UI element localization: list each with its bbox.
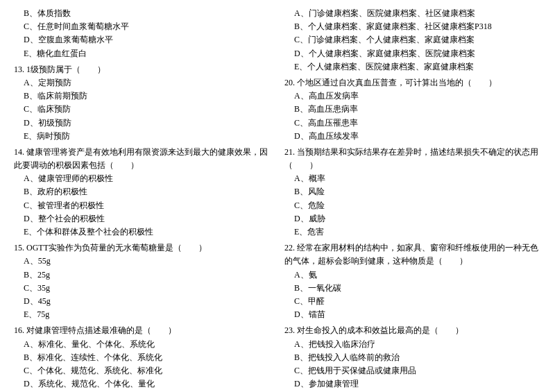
option: A、氨 — [284, 269, 541, 282]
two-col-layout: B、体质指数C、任意时间血浆葡萄糖水平D、空腹血浆葡萄糖水平E、糖化血红蛋白13… — [14, 7, 541, 392]
option: D、参加健康管理 — [284, 377, 541, 391]
option: C、高血压罹患率 — [284, 117, 541, 130]
option: C、门诊健康档案、个人健康档案、家庭健康档案 — [284, 33, 541, 46]
option: C、甲醛 — [284, 295, 541, 308]
option: D、威胁 — [284, 212, 541, 225]
left-column: B、体质指数C、任意时间血浆葡萄糖水平D、空腹血浆葡萄糖水平E、糖化血红蛋白13… — [14, 7, 271, 392]
question-text: 23. 对生命投入的成本和效益比最高的是（ ） — [284, 324, 541, 337]
option: C、35g — [14, 282, 271, 295]
option: B、风险 — [284, 185, 541, 198]
option: E、75g — [14, 308, 271, 321]
option: E、病时预防 — [14, 130, 271, 143]
option: D、个人健康档案、家庭健康档案、医院健康档案 — [284, 47, 541, 60]
option: E、糖化血红蛋白 — [14, 47, 271, 60]
option: A、把钱投入临床治疗 — [284, 338, 541, 351]
question-text: 13. 1级预防属于（ ） — [14, 63, 271, 76]
question-text: 16. 对健康管理特点描述最准确的是（ ） — [14, 324, 271, 337]
option: C、个体化、规范化、系统化、标准化 — [14, 364, 271, 377]
option: A、55g — [14, 255, 271, 268]
question-block: A、门诊健康档案、医院健康档案、社区健康档案B、个人健康档案、家庭健康档案、社区… — [284, 7, 541, 74]
question-text: 22. 经常在家用材料的结构中，如家具、窗帘和纤维板使用的一种无色的气体，超标会… — [284, 241, 541, 268]
option: B、高血压患病率 — [284, 103, 541, 116]
option: B、政府的积极性 — [14, 185, 271, 198]
question-block: 20. 个地区通过自次真血压普查，可计算出当地的（ ）A、高血压发病率B、高血压… — [284, 76, 541, 143]
option: B、体质指数 — [14, 7, 271, 20]
option: D、系统化、规范化、个体化、量化 — [14, 377, 271, 391]
right-column: A、门诊健康档案、医院健康档案、社区健康档案B、个人健康档案、家庭健康档案、社区… — [284, 7, 541, 392]
option: B、个人健康档案、家庭健康档案、社区健康档案P318 — [284, 20, 541, 33]
question-block: 16. 对健康管理特点描述最准确的是（ ）A、标准化、量化、个体化、系统化B、标… — [14, 324, 271, 391]
option: E、个体和群体及整个社会的积极性 — [14, 225, 271, 239]
question-text: 21. 当预期结果和实际结果存在差异时，描述结果损失不确定的状态用（ ） — [284, 146, 541, 172]
question-text: 14. 健康管理将资产是有效地利用有限资源来达到最大的健康效果，因此要调动的积极… — [14, 146, 271, 172]
option: D、镭苗 — [284, 308, 541, 321]
option: B、标准化、连续性、个体化、系统化 — [14, 351, 271, 364]
option: B、25g — [14, 269, 271, 282]
option: A、门诊健康档案、医院健康档案、社区健康档案 — [284, 7, 541, 20]
question-block: B、体质指数C、任意时间血浆葡萄糖水平D、空腹血浆葡萄糖水平E、糖化血红蛋白 — [14, 7, 271, 60]
question-block: 21. 当预期结果和实际结果存在差异时，描述结果损失不确定的状态用（ ）A、概率… — [284, 146, 541, 239]
option: E、危害 — [284, 225, 541, 239]
question-text: 15. OGTT实验作为负荷量的无水葡萄糖量是（ ） — [14, 241, 271, 255]
option: A、定期预防 — [14, 76, 271, 90]
option: A、健康管理师的积极性 — [14, 172, 271, 185]
question-block: 15. OGTT实验作为负荷量的无水葡萄糖量是（ ）A、55gB、25gC、35… — [14, 241, 271, 321]
option: C、任意时间血浆葡萄糖水平 — [14, 20, 271, 33]
option: A、高血压发病率 — [284, 90, 541, 103]
option: D、45g — [14, 295, 271, 308]
option: C、被管理者的积极性 — [14, 199, 271, 212]
option: D、空腹血浆葡萄糖水平 — [14, 33, 271, 46]
option: D、高血压续发率 — [284, 130, 541, 143]
option: C、危险 — [284, 199, 541, 212]
question-block: 23. 对生命投入的成本和效益比最高的是（ ）A、把钱投入临床治疗B、把钱投入人… — [284, 324, 541, 391]
question-block: 14. 健康管理将资产是有效地利用有限资源来达到最大的健康效果，因此要调动的积极… — [14, 146, 271, 239]
question-block: 22. 经常在家用材料的结构中，如家具、窗帘和纤维板使用的一种无色的气体，超标会… — [284, 241, 541, 321]
page: B、体质指数C、任意时间血浆葡萄糖水平D、空腹血浆葡萄糖水平E、糖化血红蛋白13… — [14, 7, 541, 392]
option: D、初级预防 — [14, 117, 271, 130]
question-block: 13. 1级预防属于（ ）A、定期预防B、临床前期预防C、临床预防D、初级预防E… — [14, 63, 271, 143]
option: D、整个社会的积极性 — [14, 212, 271, 225]
option: C、临床预防 — [14, 103, 271, 116]
question-text: 20. 个地区通过自次真血压普查，可计算出当地的（ ） — [284, 76, 541, 90]
option: B、临床前期预防 — [14, 90, 271, 103]
option: E、个人健康档案、医院健康档案、家庭健康档案 — [284, 60, 541, 74]
option: C、把钱用于买保健品或健康用品 — [284, 364, 541, 377]
option: A、概率 — [284, 172, 541, 185]
option: B、一氧化碳 — [284, 282, 541, 295]
option: B、把钱投入人临终前的救治 — [284, 351, 541, 364]
option: A、标准化、量化、个体化、系统化 — [14, 338, 271, 351]
